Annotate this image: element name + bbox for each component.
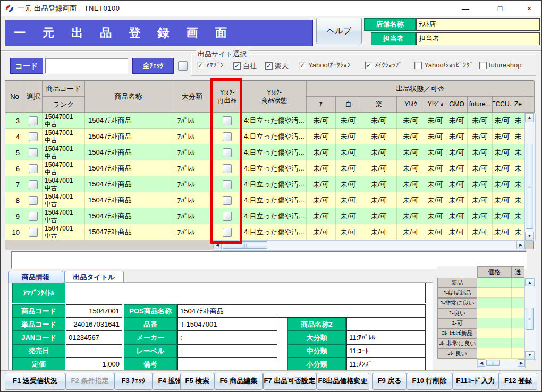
site-checkbox[interactable]: ✓ <box>233 62 241 70</box>
row-select-checkbox[interactable] <box>29 180 38 189</box>
scroll-thumb[interactable]: ≡ <box>526 308 534 330</box>
row-select-checkbox[interactable] <box>29 148 38 157</box>
table-row[interactable]: 515047001中古15047ﾃｽﾄ商品ｱﾊﾟﾚﾙ4:目立った傷や汚...未/… <box>5 144 524 160</box>
row-select-checkbox[interactable] <box>29 212 38 221</box>
scroll-thumb[interactable]: || <box>486 360 500 366</box>
grid-vertical-scrollbar[interactable]: ▲ ≡ ▼ <box>524 113 536 241</box>
row-select-checkbox[interactable] <box>29 116 38 125</box>
scroll-thumb[interactable]: ≡ <box>526 144 533 229</box>
cell-status: 未/可 <box>397 192 425 208</box>
scroll-thumb[interactable]: ||| <box>223 241 267 249</box>
table-row[interactable]: 1015047001中古15047ﾃｽﾄ商品ｱﾊﾟﾚﾙ4:目立った傷や汚...未… <box>5 224 524 240</box>
column-header-category: 大分類 <box>172 81 213 113</box>
cell-status: 未/可 <box>425 144 446 160</box>
f11-button[interactable]: F11ｺｰﾄﾞ入力 <box>452 373 499 390</box>
table-row[interactable]: 315047001中古15047ﾃｽﾄ商品ｱﾊﾟﾚﾙ4:目立った傷や汚...未/… <box>5 113 524 129</box>
table-row[interactable]: 715047001中古15047ﾃｽﾄ商品ｱﾊﾟﾚﾙ4:目立った傷や汚...未/… <box>5 176 524 192</box>
site-label: Yahoo!ｼｮｯﾋﾟﾝｸﾞ <box>424 61 473 69</box>
row-select-checkbox[interactable] <box>29 164 38 173</box>
scroll-down-button[interactable]: ▼ <box>525 232 534 241</box>
cell-status: 未/可 <box>425 192 446 208</box>
help-button[interactable]: ヘルプ <box>316 18 362 44</box>
cell-status: 未/可 <box>361 176 397 192</box>
site-checkbox[interactable]: ✓ <box>365 62 372 69</box>
scroll-left-button[interactable]: ◀ <box>478 359 485 367</box>
price-vertical-scrollbar[interactable]: ▲ ≡ ▼ <box>524 278 536 360</box>
cell-status: 未/可 <box>493 129 512 144</box>
cell-no: 3 <box>5 113 24 129</box>
product-code: 15047001 <box>45 113 73 121</box>
cell-category: ｱﾊﾟﾚﾙ <box>172 192 213 208</box>
code-input[interactable] <box>45 58 128 74</box>
table-row[interactable]: 415047001中古15047ﾃｽﾄ商品ｱﾊﾟﾚﾙ4:目立った傷や汚...未/… <box>5 129 524 144</box>
shipping-cell <box>512 278 524 288</box>
scroll-right-button[interactable]: ▶ <box>518 359 525 367</box>
f5-button[interactable]: F5 検索 <box>180 373 214 390</box>
site-label: 楽天 <box>275 61 289 71</box>
grid-horizontal-scrollbar[interactable]: ◀ ||| ▶ <box>213 240 526 251</box>
scroll-left-button[interactable]: ◀ <box>213 241 222 249</box>
row-select-checkbox[interactable] <box>29 196 38 205</box>
f6-button[interactable]: F6 商品編集 <box>214 373 263 390</box>
cell-name: 15047ﾃｽﾄ商品 <box>85 144 172 160</box>
site-checkbox[interactable]: ✓ <box>197 62 204 69</box>
cell-status: 未/可 <box>446 176 468 192</box>
f8-button[interactable]: F8出品価格変更 <box>316 373 369 390</box>
table-row[interactable]: 615047001中古15047ﾃｽﾄ商品ｱﾊﾟﾚﾙ4:目立った傷や汚...未/… <box>5 160 524 176</box>
site-option: Yahoo!ｼｮｯﾋﾟﾝｸﾞ <box>414 61 473 69</box>
cell-status: 未/可 <box>493 113 512 129</box>
minimize-button[interactable]: — <box>453 1 478 16</box>
table-row[interactable]: 815047001中古15047ﾃｽﾄ商品ｱﾊﾟﾚﾙ4:目立った傷や汚...未/… <box>5 192 524 208</box>
cell-no: 7 <box>5 176 24 192</box>
cell-status: 未/可 <box>425 224 446 240</box>
cell-status: 未 <box>512 192 524 208</box>
tab-product-info[interactable]: 商品情報 <box>8 271 63 283</box>
close-button[interactable]: × <box>517 1 541 16</box>
yahoo-relist-checkbox[interactable] <box>223 196 232 205</box>
yahoo-relist-checkbox[interactable] <box>223 116 232 125</box>
cell-status: 未/可 <box>361 113 397 129</box>
yahoo-relist-checkbox[interactable] <box>223 228 232 237</box>
scroll-up-button[interactable]: ▲ <box>525 278 535 286</box>
shipping-cell <box>512 348 524 359</box>
f3-button[interactable]: F3 ﾁｪｯｸ <box>114 373 153 390</box>
f10-button[interactable]: F10 行削除 <box>406 373 452 390</box>
site-checkbox[interactable]: ✓ <box>265 62 273 70</box>
f12-button[interactable]: F12 登録 <box>499 373 537 390</box>
site-checkbox[interactable]: ✓ <box>299 62 306 69</box>
table-row[interactable]: 915047001中古15047ﾃｽﾄ商品ｱﾊﾟﾚﾙ4:目立った傷や汚...未/… <box>5 208 524 224</box>
site-option: futureshop <box>479 61 521 69</box>
yahoo-relist-checkbox[interactable] <box>223 180 232 189</box>
f9-button[interactable]: F9 戻る <box>372 373 406 390</box>
site-checkbox[interactable] <box>479 62 487 69</box>
row-select-checkbox[interactable] <box>29 132 38 141</box>
cell-yahoo-condition: 4:目立った傷や汚... <box>242 224 307 240</box>
scroll-up-button[interactable]: ▲ <box>525 113 534 122</box>
yahoo-relist-checkbox[interactable] <box>223 212 232 221</box>
app-window: 一元 出品登録画面 TNET0100 — □ × 一 元 出 品 登 録 画 面… <box>0 0 542 392</box>
f7-button[interactable]: F7 出品可否設定 <box>263 373 316 390</box>
cell-status: 未/可 <box>307 113 336 129</box>
yahoo-relist-checkbox[interactable] <box>223 148 232 157</box>
cell-status: 未 <box>512 113 524 129</box>
cell-status: 未/可 <box>336 113 361 129</box>
price-horizontal-scrollbar[interactable]: ◀ || ▶ <box>477 359 526 368</box>
detail-value: 11:ﾒﾝｽﾞ <box>346 357 426 371</box>
yahoo-relist-checkbox[interactable] <box>223 164 232 173</box>
yahoo-relist-checkbox[interactable] <box>223 132 232 141</box>
tab-listing-title[interactable]: 出品タイトル <box>64 271 124 283</box>
f1-button[interactable]: F1 送受信状況 <box>5 373 65 390</box>
product-rank: 中古 <box>45 137 73 144</box>
column-header-yahoo-relist: Y!ｵｸ- 再出品 <box>213 81 242 113</box>
maximize-button[interactable]: □ <box>488 1 512 16</box>
scroll-down-button[interactable]: ▼ <box>525 351 535 359</box>
column-header-name: 商品名称 <box>85 81 172 113</box>
row-select-checkbox[interactable] <box>29 228 38 237</box>
site-checkbox[interactable] <box>414 62 422 69</box>
cell-no: 5 <box>5 144 24 160</box>
price-cell <box>477 328 512 338</box>
all-check-checkbox[interactable] <box>178 61 188 71</box>
cell-status: 未/可 <box>361 208 397 224</box>
scroll-right-button[interactable]: ▶ <box>516 241 525 249</box>
cell-code: 15047001中古 <box>43 208 85 224</box>
